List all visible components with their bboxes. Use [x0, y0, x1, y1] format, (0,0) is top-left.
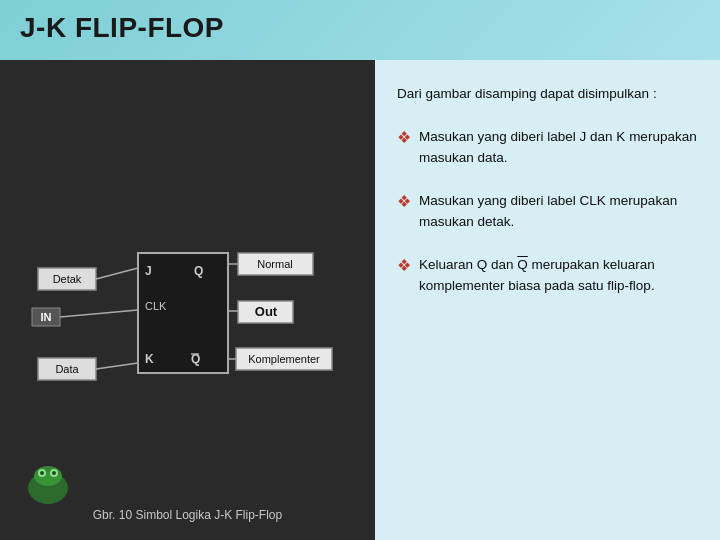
bullet-icon-1: ❖: [397, 128, 411, 147]
svg-text:Detak: Detak: [52, 273, 81, 285]
bullet-2: ❖ Masukan yang diberi label CLK merupaka…: [397, 191, 698, 233]
diagram-svg: Detak Data IN J CLK K Q Q Normal: [18, 148, 358, 508]
bullet-icon-2: ❖: [397, 192, 411, 211]
bullet-3: ❖ Keluaran Q dan Q merupakan keluaran ko…: [397, 255, 698, 297]
bullet-text-3: Keluaran Q dan Q merupakan keluaran komp…: [419, 255, 698, 297]
page-title: J-K FLIP-FLOP: [20, 12, 224, 44]
svg-line-19: [96, 268, 138, 279]
svg-line-21: [60, 310, 138, 317]
svg-text:IN: IN: [40, 311, 51, 323]
main-content: Detak Data IN J CLK K Q Q Normal: [0, 60, 720, 540]
diagram-container: Detak Data IN J CLK K Q Q Normal: [18, 148, 358, 508]
svg-text:K: K: [145, 352, 154, 366]
left-panel: Detak Data IN J CLK K Q Q Normal: [0, 60, 375, 540]
svg-text:Q: Q: [194, 264, 203, 278]
svg-text:Normal: Normal: [257, 258, 292, 270]
svg-text:Out: Out: [254, 304, 277, 319]
qbar-text: Q: [517, 257, 528, 272]
svg-line-20: [96, 363, 138, 369]
diagram-caption: Gbr. 10 Simbol Logika J-K Flip-Flop: [93, 508, 282, 522]
svg-text:Data: Data: [55, 363, 79, 375]
bullet-1: ❖ Masukan yang diberi label J dan K meru…: [397, 127, 698, 169]
svg-point-29: [40, 471, 44, 475]
bullet-text-1: Masukan yang diberi label J dan K merupa…: [419, 127, 698, 169]
svg-point-26: [34, 466, 62, 486]
header: J-K FLIP-FLOP: [0, 0, 720, 60]
bullet-text-2: Masukan yang diberi label CLK merupakan …: [419, 191, 698, 233]
bullet-icon-3: ❖: [397, 256, 411, 275]
svg-text:CLK: CLK: [145, 300, 167, 312]
svg-text:J: J: [145, 264, 152, 278]
svg-text:Komplementer: Komplementer: [248, 353, 320, 365]
right-panel: Dari gambar disamping dapat disimpulkan …: [375, 60, 720, 540]
info-intro: Dari gambar disamping dapat disimpulkan …: [397, 84, 698, 105]
svg-point-30: [52, 471, 56, 475]
